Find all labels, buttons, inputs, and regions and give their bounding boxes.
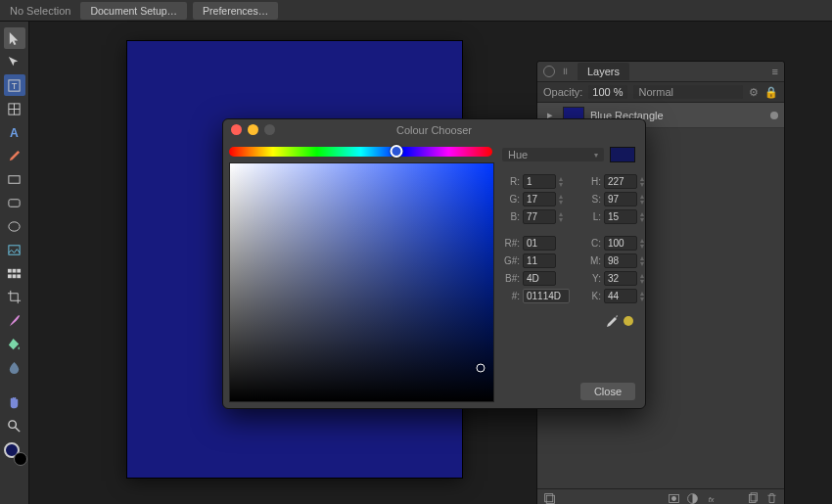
stepper-icon[interactable]: ▴▾	[640, 291, 644, 302]
m-label: M:	[583, 255, 601, 266]
layer-settings-icon[interactable]: ⚙	[749, 86, 759, 99]
s-label: S:	[583, 194, 601, 205]
b-input[interactable]	[523, 209, 556, 224]
stepper-icon[interactable]: ▴▾	[640, 211, 644, 223]
h-input[interactable]	[604, 174, 637, 189]
stepper-icon[interactable]: ▴▾	[640, 273, 644, 285]
svg-point-8	[9, 221, 20, 230]
layer-lock-icon[interactable]: 🔒	[764, 86, 778, 99]
panel-pin-icon[interactable]: ⏸	[561, 67, 570, 76]
opacity-value[interactable]: 100 %	[588, 85, 626, 99]
move-tool[interactable]	[4, 27, 25, 49]
bhex-input[interactable]	[523, 271, 556, 286]
eyedropper-icon[interactable]	[604, 313, 620, 329]
rounded-rect-tool[interactable]	[4, 192, 25, 213]
asset-tool[interactable]	[4, 262, 25, 284]
preferences-button[interactable]: Preferences…	[193, 2, 278, 20]
b-label: B:	[502, 211, 520, 222]
transparency-tool[interactable]	[4, 356, 25, 378]
svg-rect-15	[17, 274, 21, 278]
svg-point-16	[9, 420, 17, 428]
selection-status: No Selection	[6, 5, 74, 17]
duplicate-icon[interactable]	[747, 492, 760, 504]
rhex-input[interactable]	[523, 236, 556, 251]
svg-point-21	[671, 496, 676, 501]
window-close-icon[interactable]	[231, 124, 242, 135]
eyedropper-sample-swatch[interactable]	[624, 316, 633, 326]
y-input[interactable]	[604, 271, 637, 286]
zoom-tool[interactable]	[4, 415, 25, 436]
text-frame-tool[interactable]: T	[4, 74, 25, 96]
c-label: C:	[583, 238, 601, 249]
m-input[interactable]	[604, 253, 637, 268]
stepper-icon[interactable]: ▴▾	[559, 211, 563, 223]
r-label: R:	[502, 176, 520, 187]
color-swatch-pair[interactable]	[4, 442, 25, 464]
close-button[interactable]: Close	[580, 383, 635, 400]
ellipse-tool[interactable]	[4, 215, 25, 237]
stepper-icon[interactable]: ▴▾	[559, 194, 563, 206]
adjustment-icon[interactable]	[686, 492, 699, 504]
layers-tab[interactable]: Layers	[578, 63, 629, 80]
fx-icon[interactable]: fx	[705, 492, 717, 504]
sv-handle[interactable]	[476, 363, 485, 372]
g-label: G:	[502, 194, 520, 205]
background-swatch[interactable]	[14, 452, 27, 466]
stepper-icon[interactable]: ▴▾	[640, 176, 644, 188]
panel-menu-icon[interactable]: ≡	[772, 66, 778, 77]
rhex-label: R#:	[502, 238, 520, 249]
hue-slider-handle[interactable]	[390, 145, 402, 158]
art-text-tool[interactable]: A	[4, 121, 25, 143]
stepper-icon[interactable]: ▴▾	[640, 238, 644, 250]
svg-rect-6	[9, 175, 20, 183]
blend-mode-select[interactable]: Normal	[633, 85, 743, 99]
colour-mode-label: Hue	[508, 149, 528, 160]
h-label: H:	[583, 176, 601, 187]
stepper-icon[interactable]: ▴▾	[640, 194, 644, 206]
svg-text:T: T	[12, 81, 18, 91]
layer-visibility-icon[interactable]	[770, 112, 778, 119]
vector-brush-tool[interactable]	[4, 309, 25, 331]
stepper-icon[interactable]: ▴▾	[640, 255, 644, 267]
r-input[interactable]	[523, 174, 556, 189]
svg-rect-12	[17, 268, 21, 272]
svg-text:A: A	[10, 126, 19, 140]
tool-column: T A	[0, 22, 29, 504]
picture-frame-tool[interactable]	[4, 239, 25, 260]
svg-text:fx: fx	[709, 495, 715, 504]
add-layer-icon[interactable]	[543, 492, 556, 504]
window-minimize-icon[interactable]	[248, 124, 258, 135]
svg-rect-10	[8, 268, 12, 272]
current-colour-swatch[interactable]	[610, 147, 635, 162]
rectangle-tool[interactable]	[4, 168, 25, 190]
ghex-input[interactable]	[523, 253, 556, 268]
hex-label: #:	[502, 291, 520, 301]
k-input[interactable]	[604, 289, 637, 303]
table-tool[interactable]	[4, 98, 25, 119]
document-setup-button[interactable]: Document Setup…	[80, 2, 187, 20]
g-input[interactable]	[523, 192, 556, 206]
c-input[interactable]	[604, 236, 637, 251]
chevron-down-icon: ▾	[594, 151, 598, 160]
s-input[interactable]	[604, 192, 637, 206]
hue-slider[interactable]	[229, 147, 492, 157]
stepper-icon[interactable]: ▴▾	[559, 176, 563, 188]
trash-icon[interactable]	[765, 492, 778, 504]
opacity-label: Opacity:	[543, 86, 582, 98]
svg-line-17	[15, 427, 20, 432]
mask-icon[interactable]	[668, 492, 680, 504]
pen-tool[interactable]	[4, 145, 25, 166]
fill-tool[interactable]	[4, 333, 25, 354]
hex-input[interactable]	[523, 289, 570, 303]
svg-rect-11	[13, 268, 17, 272]
l-input[interactable]	[604, 209, 637, 224]
crop-tool[interactable]	[4, 286, 25, 307]
saturation-value-box[interactable]	[229, 162, 494, 402]
colour-mode-select[interactable]: Hue ▾	[502, 148, 604, 161]
canvas-area[interactable]: ⏸ Layers ≡ Opacity: 100 % Normal ⚙ 🔒 ▸ B…	[29, 22, 832, 504]
hand-tool[interactable]	[4, 391, 25, 413]
node-tool[interactable]	[4, 51, 25, 72]
ghex-label: G#:	[502, 255, 520, 266]
panel-close-icon[interactable]	[543, 66, 555, 77]
window-zoom-icon[interactable]	[264, 124, 275, 135]
